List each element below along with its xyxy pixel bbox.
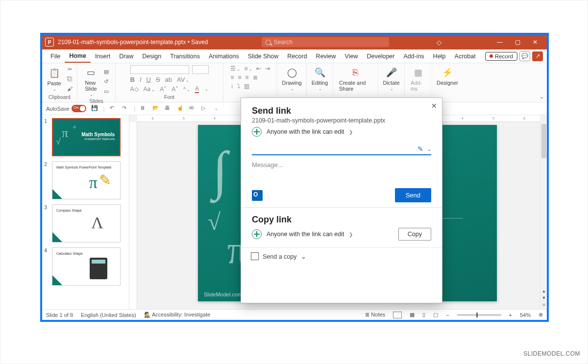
numbering-button[interactable]: ≡⌄	[244, 65, 252, 72]
new-slide-button[interactable]: ▭ New Slide⌄	[83, 65, 99, 98]
tab-developer[interactable]: Developer	[362, 49, 399, 63]
copy-icon[interactable]: ⿻	[66, 75, 74, 83]
slideshow-view-icon[interactable]: ▢	[433, 312, 438, 318]
new-file-icon[interactable]: 🗎	[140, 105, 147, 112]
font-family-select[interactable]	[130, 65, 189, 74]
tab-file[interactable]: File	[46, 49, 65, 63]
align-right-button[interactable]: ≡	[245, 74, 249, 81]
tab-design[interactable]: Design	[138, 49, 166, 63]
copy-button[interactable]: Copy	[398, 228, 431, 241]
record-button[interactable]: Record	[485, 52, 517, 61]
highlight-button[interactable]: ᴬ⌄	[183, 86, 190, 93]
reading-view-icon[interactable]: ▯	[422, 312, 425, 318]
send-button[interactable]: Send	[395, 188, 431, 202]
align-center-button[interactable]: ≡	[238, 74, 242, 81]
zoom-in-button[interactable]: +	[509, 312, 512, 318]
editing-button[interactable]: 🔍Editing⌄	[310, 65, 330, 92]
align-left-button[interactable]: ≡	[230, 74, 234, 81]
start-show-icon[interactable]: ▷	[201, 105, 209, 112]
tab-add-ins[interactable]: Add-ins	[399, 49, 428, 63]
copy-link-settings-row[interactable]: Anyone with the link can edit ❯	[252, 229, 353, 239]
section-icon[interactable]: ▭	[102, 88, 110, 96]
columns-button[interactable]: ▥	[244, 83, 249, 90]
slide-thumb-3[interactable]: 3 Compass Shape Λ	[44, 204, 127, 243]
dialog-close-button[interactable]: ✕	[431, 102, 437, 110]
strikethrough-button[interactable]: S	[156, 76, 160, 83]
search-field[interactable]: Search	[262, 37, 389, 47]
tab-help[interactable]: Help	[429, 49, 450, 63]
share-button[interactable]: ↗	[532, 51, 543, 61]
line-spacing-button[interactable]: ↕	[230, 83, 233, 90]
quick-print-icon[interactable]: 🖶	[165, 105, 172, 112]
vertical-scrollbar[interactable]: ▲ ▼ ≡	[540, 122, 547, 309]
reset-icon[interactable]: ↺	[102, 78, 110, 86]
collapse-ribbon-icon[interactable]: ⌄	[539, 94, 544, 100]
format-painter-icon[interactable]: 🖌	[66, 85, 74, 93]
font-size-select[interactable]	[192, 65, 209, 74]
undo-icon[interactable]: ↶	[110, 105, 117, 112]
outlook-icon[interactable]	[252, 190, 263, 201]
tab-slide-show[interactable]: Slide Show	[244, 49, 283, 63]
tab-record[interactable]: Record	[283, 49, 311, 63]
shadow-button[interactable]: ab	[165, 76, 172, 83]
designer-button[interactable]: ⚡Designer	[435, 65, 460, 87]
maximize-button[interactable]: ▢	[509, 35, 526, 49]
accessibility-status[interactable]: 🕵 Accessibility: Investigate	[144, 312, 211, 318]
email-icon[interactable]: ✉	[189, 105, 196, 112]
clear-formatting-button[interactable]: A◇	[130, 86, 139, 93]
bold-button[interactable]: B	[130, 76, 135, 83]
normal-view-icon[interactable]	[393, 312, 402, 318]
slide-sorter-icon[interactable]: ▦	[410, 312, 415, 318]
minimize-button[interactable]: —	[491, 35, 509, 49]
cut-icon[interactable]: ✂	[66, 65, 74, 73]
character-spacing-button[interactable]: AV⌄	[177, 76, 189, 83]
underline-button[interactable]: U	[147, 76, 151, 83]
justify-button[interactable]: ≣	[253, 74, 258, 81]
italic-button[interactable]: I	[140, 76, 142, 83]
fit-to-window-icon[interactable]: ⊕	[539, 312, 543, 318]
notes-button[interactable]: ≣ Notes	[365, 312, 385, 318]
tab-home[interactable]: Home	[65, 49, 91, 63]
font-shrink-button[interactable]: A˅	[172, 86, 178, 93]
send-a-copy-row[interactable]: Send a copy ⌄	[241, 247, 442, 265]
message-input[interactable]: Message...	[252, 161, 431, 169]
bullets-button[interactable]: ☰⌄	[230, 65, 240, 72]
language-indicator[interactable]: English (United States)	[81, 312, 136, 318]
slide-thumb-1[interactable]: 1 Math Symbols POWERPOINT TEMPLATE π + √	[44, 118, 127, 156]
tab-draw[interactable]: Draw	[115, 49, 138, 63]
dictate-button[interactable]: 🎤Dictate⌄	[381, 65, 401, 92]
touch-mode-icon[interactable]: ☝	[177, 105, 184, 112]
slide-thumb-2[interactable]: 2 Math Symbols PowerPoint Template π ✎	[44, 161, 127, 199]
redo-icon[interactable]: ↷	[122, 105, 129, 112]
tab-acrobat[interactable]: Acrobat	[450, 49, 480, 63]
tab-animations[interactable]: Animations	[204, 49, 244, 63]
zoom-slider[interactable]	[457, 315, 501, 315]
font-color-button[interactable]: A	[195, 85, 199, 93]
font-grow-button[interactable]: A˄	[160, 86, 167, 93]
text-direction-button[interactable]: ⤵	[237, 83, 240, 90]
create-share-button[interactable]: ⎘Create and Share	[337, 65, 374, 93]
addins-button[interactable]: ▦Add-ins	[409, 65, 428, 93]
premium-icon[interactable]: ◇	[437, 39, 441, 46]
zoom-level[interactable]: 54%	[520, 312, 531, 318]
change-case-button[interactable]: Aa⌄	[144, 86, 155, 93]
tab-transitions[interactable]: Transitions	[166, 49, 204, 63]
autosave-toggle[interactable]: AutoSaveOn	[46, 105, 86, 112]
tab-review[interactable]: Review	[312, 49, 341, 63]
paste-button[interactable]: 📋 Paste⌄	[45, 66, 63, 93]
link-settings-row[interactable]: Anyone with the link can edit ❯	[252, 127, 431, 137]
close-button[interactable]: ✕	[526, 35, 544, 49]
save-icon[interactable]: 💾	[91, 105, 98, 112]
comments-icon[interactable]: 💬	[519, 51, 530, 61]
open-file-icon[interactable]: 📂	[152, 105, 160, 112]
layout-icon[interactable]: ▤	[102, 68, 110, 76]
slide-thumb-4[interactable]: 4 Calculator Shape	[44, 247, 127, 286]
indent-right-button[interactable]: ⇥	[265, 65, 270, 72]
indent-left-button[interactable]: ⇤	[256, 65, 261, 72]
zoom-out-button[interactable]: −	[446, 312, 449, 318]
tab-view[interactable]: View	[341, 49, 363, 63]
tab-insert[interactable]: Insert	[91, 49, 115, 63]
recipients-input[interactable]: ✎ ⌄	[252, 144, 431, 155]
chevron-down-icon[interactable]: ⌄	[427, 146, 431, 152]
drawing-button[interactable]: ◯Drawing⌄	[280, 65, 303, 92]
